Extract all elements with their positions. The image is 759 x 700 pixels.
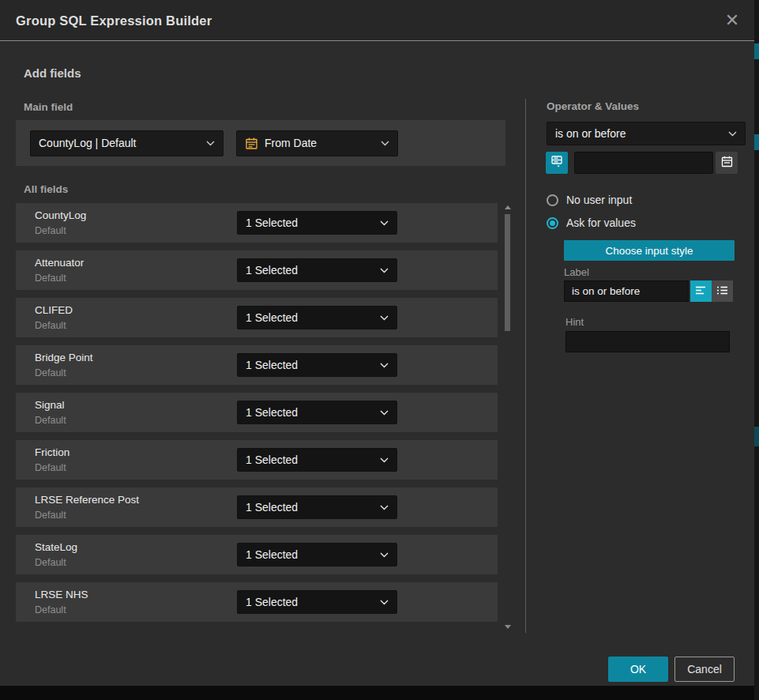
hint-input[interactable]	[565, 331, 730, 352]
set-from-values-button[interactable]	[546, 152, 568, 174]
label-input[interactable]	[564, 280, 689, 302]
field-count-value: 1 Selected	[246, 453, 374, 466]
scrollbar-thumb[interactable]	[505, 214, 510, 331]
ok-button[interactable]: OK	[608, 657, 668, 682]
align-left-icon	[695, 284, 707, 299]
field-count-select[interactable]: 1 Selected	[237, 211, 397, 235]
field-count-select[interactable]: 1 Selected	[237, 495, 397, 519]
chevron-down-icon	[381, 141, 389, 146]
field-name: LRSE Reference Post	[35, 494, 139, 506]
scroll-down-icon[interactable]	[505, 625, 511, 629]
field-sub: Default	[35, 604, 66, 615]
hint-caption: Hint	[565, 316, 584, 328]
field-row: CLIFED Default 1 Selected	[16, 298, 498, 337]
radio-icon	[547, 194, 558, 206]
all-fields-heading: All fields	[24, 183, 68, 195]
operator-select[interactable]: is on or before	[547, 122, 746, 145]
field-name: CLIFED	[35, 304, 73, 316]
field-sub: Default	[35, 557, 66, 568]
bullet-list-icon	[716, 284, 728, 299]
add-fields-heading: Add fields	[24, 66, 81, 80]
field-count-value: 1 Selected	[246, 501, 374, 514]
field-count-select[interactable]: 1 Selected	[237, 353, 397, 377]
date-field-select-value: From Date	[265, 137, 374, 149]
chevron-down-icon	[380, 505, 389, 510]
chevron-down-icon	[206, 141, 215, 146]
group-sql-expression-builder-dialog: Group SQL Expression Builder ✕ Add field…	[0, 0, 754, 686]
sliver-segment	[754, 134, 759, 150]
choose-input-style-button[interactable]: Choose input style	[564, 240, 735, 261]
field-count-select[interactable]: 1 Selected	[237, 448, 397, 472]
chevron-down-icon	[380, 315, 389, 321]
value-list-icon	[550, 154, 564, 171]
calendar-icon	[720, 155, 734, 171]
panel-divider	[525, 99, 526, 633]
field-count-select[interactable]: 1 Selected	[237, 258, 397, 282]
field-name: Signal	[35, 399, 65, 411]
close-icon[interactable]: ✕	[722, 10, 742, 31]
dialog-header: Group SQL Expression Builder ✕	[0, 0, 754, 41]
date-field-select[interactable]: From Date	[236, 130, 398, 156]
sliver-segment	[754, 43, 759, 59]
calendar-icon	[245, 137, 258, 150]
screen: Group SQL Expression Builder ✕ Add field…	[0, 0, 759, 700]
field-count-select[interactable]: 1 Selected	[237, 590, 397, 614]
field-name: LRSE NHS	[35, 589, 88, 600]
input-style-single-line-button[interactable]	[690, 280, 712, 302]
field-sub: Default	[35, 320, 66, 331]
chevron-down-icon	[380, 363, 389, 368]
field-count-value: 1 Selected	[246, 264, 374, 277]
chevron-down-icon	[380, 220, 389, 226]
radio-label: Ask for values	[566, 216, 636, 229]
cancel-button[interactable]: Cancel	[674, 657, 735, 682]
operator-select-value: is on or before	[555, 127, 722, 140]
main-field-panel: CountyLog | Default From Date	[16, 120, 505, 166]
sliver-segment	[754, 427, 759, 446]
layer-select[interactable]: CountyLog | Default	[30, 130, 224, 156]
chevron-down-icon	[728, 131, 737, 137]
field-count-select[interactable]: 1 Selected	[237, 306, 397, 329]
label-caption: Label	[564, 266, 589, 278]
main-field-heading: Main field	[24, 101, 73, 113]
chevron-down-icon	[380, 552, 389, 558]
chevron-down-icon	[380, 410, 389, 416]
radio-no-user-input[interactable]: No user input	[547, 194, 632, 206]
field-count-value: 1 Selected	[246, 406, 374, 419]
field-sub: Default	[35, 510, 66, 521]
value-input[interactable]	[574, 152, 713, 174]
field-count-select[interactable]: 1 Selected	[237, 543, 397, 566]
field-row: Attenuator Default 1 Selected	[16, 250, 498, 290]
field-row: CountyLog Default 1 Selected	[16, 203, 498, 243]
field-name: CountyLog	[35, 209, 86, 221]
operator-values-heading: Operator & Values	[547, 100, 639, 112]
chevron-down-icon	[380, 600, 389, 605]
field-row: LRSE NHS Default 1 Selected	[16, 582, 498, 622]
field-sub: Default	[35, 225, 66, 236]
field-count-value: 1 Selected	[246, 548, 374, 561]
input-style-list-button[interactable]	[712, 280, 733, 302]
field-count-value: 1 Selected	[246, 311, 374, 324]
dialog-title: Group SQL Expression Builder	[16, 0, 212, 41]
field-row: StateLog Default 1 Selected	[16, 535, 498, 574]
field-count-value: 1 Selected	[246, 359, 374, 371]
field-row: Signal Default 1 Selected	[16, 393, 498, 432]
field-row: LRSE Reference Post Default 1 Selected	[16, 487, 498, 527]
radio-icon	[547, 217, 558, 229]
radio-ask-for-values[interactable]: Ask for values	[547, 216, 636, 229]
field-sub: Default	[35, 415, 66, 426]
list-scrollbar[interactable]	[503, 204, 513, 630]
field-name: Friction	[35, 446, 70, 458]
backdrop-app-sliver	[754, 0, 759, 700]
field-sub: Default	[35, 273, 66, 284]
field-name: Bridge Point	[35, 352, 93, 363]
field-row: Friction Default 1 Selected	[16, 440, 498, 480]
chevron-down-icon	[380, 457, 389, 463]
field-sub: Default	[35, 462, 66, 473]
layer-select-value: CountyLog | Default	[39, 137, 200, 149]
field-sub: Default	[35, 367, 66, 378]
date-picker-button[interactable]	[716, 152, 738, 174]
field-count-select[interactable]: 1 Selected	[237, 401, 397, 424]
field-name: StateLog	[35, 541, 77, 553]
scroll-up-icon[interactable]	[505, 205, 511, 209]
field-row: Bridge Point Default 1 Selected	[16, 345, 498, 385]
